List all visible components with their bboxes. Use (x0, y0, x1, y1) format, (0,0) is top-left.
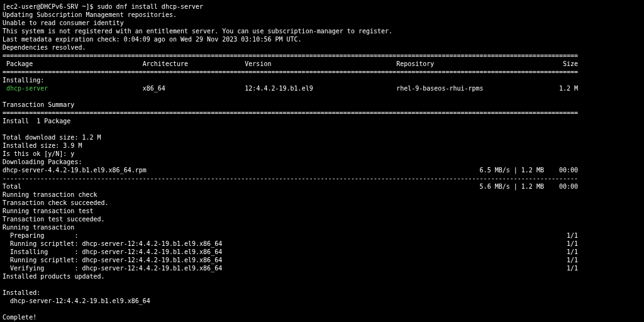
output-line: Dependencies resolved. (3, 43, 641, 52)
package-row: dhcp-server x86_64 12:4.4.2-19.b1.el9 rh… (3, 84, 641, 92)
output-line: dhcp-server-12:4.4.2-19.b1.el9.x86_64 (3, 297, 641, 305)
output-line: Installed products updated. (3, 272, 641, 280)
output-line: Updating Subscription Management reposit… (3, 11, 641, 19)
output-line: Downloading Packages: (3, 158, 641, 166)
output-line: Installed size: 3.9 M (3, 142, 641, 150)
blank (3, 125, 641, 133)
step-row: Running scriptlet: dhcp-server-12:4.4.2-… (3, 256, 641, 264)
section-label: Transaction Summary (3, 101, 641, 109)
terminal-output[interactable]: [ec2-user@DHCPv6-SRV ~]$ sudo dnf instal… (3, 3, 641, 322)
output-line: Install 1 Package (3, 117, 641, 125)
output-line: Running transaction test (3, 207, 641, 215)
output-line: Transaction test succeeded. (3, 215, 641, 223)
shell-prompt: [ec2-user@DHCPv6-SRV ~]$ (3, 3, 97, 10)
confirm-prompt: Is this ok [y/N]: y (3, 150, 641, 158)
output-line: This system is not registered with an en… (3, 27, 641, 35)
output-line: Running transaction check (3, 191, 641, 199)
step-row: Verifying : dhcp-server-12:4.4.2-19.b1.e… (3, 264, 641, 272)
total-row: Total 5.6 MB/s | 1.2 MB 00:00 (3, 182, 641, 191)
step-row: Running scriptlet: dhcp-server-12:4.4.2-… (3, 240, 641, 248)
divider-line: ========================================… (3, 109, 641, 117)
output-line: Transaction check succeeded. (3, 199, 641, 207)
output-line: Complete! (3, 313, 641, 321)
blank (3, 305, 641, 313)
output-line: Last metadata expiration check: 0:04:09 … (3, 35, 641, 43)
section-label: Installed: (3, 289, 641, 297)
command-text: sudo dnf install dhcp-server (97, 3, 204, 10)
divider-line: ========================================… (3, 68, 641, 76)
blank (3, 280, 641, 289)
step-row: Installing : dhcp-server-12:4.4.2-19.b1.… (3, 248, 641, 256)
table-header: Package Architecture Version Repository … (3, 60, 641, 68)
download-row: dhcp-server-4.4.2-19.b1.el9.x86_64.rpm 6… (3, 166, 641, 174)
divider-line: ========================================… (3, 52, 641, 60)
step-row: Preparing : 1/1 (3, 231, 641, 240)
section-label: Installing: (3, 76, 641, 84)
output-line: Total download size: 1.2 M (3, 133, 641, 142)
blank (3, 92, 641, 101)
output-line: Unable to read consumer identity (3, 19, 641, 27)
output-line: Running transaction (3, 223, 641, 231)
dash-line: ----------------------------------------… (3, 174, 641, 182)
